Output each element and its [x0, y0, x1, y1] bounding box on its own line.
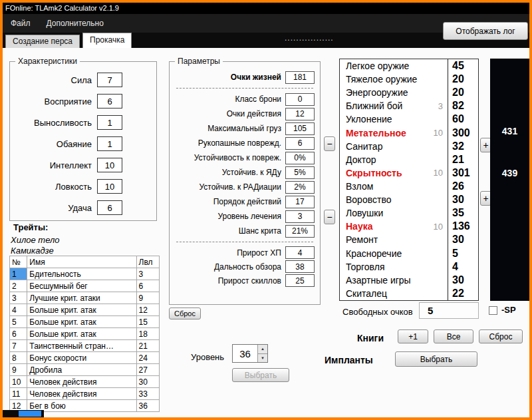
params-reset-button[interactable]: Сброс	[169, 308, 201, 319]
perk-name-cell[interactable]: Таинственный стран…	[27, 340, 136, 352]
perk-level-cell[interactable]: 36	[136, 400, 159, 412]
books-all-button[interactable]: Все	[434, 329, 473, 343]
perk-row[interactable]: 9 Дробила 27	[10, 364, 160, 376]
perk-num-cell[interactable]: 2	[10, 280, 27, 292]
skill-row[interactable]: Взлом 26	[340, 180, 478, 193]
skill-row[interactable]: Ловушки 35	[340, 206, 478, 220]
param-label: Очки действия	[227, 109, 281, 118]
perk-level-cell[interactable]: 3	[136, 268, 159, 280]
skill-row[interactable]: Воровство 30	[340, 193, 478, 206]
perk-name-cell[interactable]: Дробила	[27, 364, 136, 376]
skill-row[interactable]: Красноречие 5	[340, 247, 478, 260]
sp-checkbox[interactable]	[489, 306, 497, 315]
perk-num-cell[interactable]: 6	[10, 328, 27, 340]
perk-level-cell[interactable]: 33	[136, 388, 159, 400]
skill-decrease-button[interactable]: −	[324, 136, 335, 151]
spinner-down-icon[interactable]: ▼	[258, 354, 267, 363]
perk-level-cell[interactable]: 24	[136, 352, 159, 364]
menu-extra[interactable]: Дополнительно	[39, 14, 112, 33]
perks-table[interactable]: № Имя Лвл 1 Бдительность 3 2 Бесшумный б…	[9, 256, 160, 412]
perk-row[interactable]: 3 Лучшие крит. атаки 9	[10, 292, 160, 304]
perk-name-cell[interactable]: Бесшумный бег	[27, 280, 136, 292]
skill-name: Санитар	[346, 141, 427, 152]
stat-value-box: 10	[97, 158, 122, 172]
param-label: Максимальный груз	[207, 124, 281, 133]
perk-name-cell[interactable]: Больше крит. атак	[27, 328, 136, 340]
perk-level-cell[interactable]: 12	[136, 304, 159, 316]
spinner-up-icon[interactable]: ▲	[258, 345, 267, 354]
perk-level-cell[interactable]: 21	[136, 340, 159, 352]
skill-decrease-button[interactable]: −	[324, 210, 335, 224]
level-choose-button[interactable]: Выбрать	[232, 368, 289, 382]
skill-row[interactable]: Тяжелое оружие 20	[340, 73, 478, 86]
perk-level-cell[interactable]: 18	[136, 328, 159, 340]
tab-create-character[interactable]: Создание перса	[5, 35, 80, 48]
perk-name-cell[interactable]: Лучшие крит. атаки	[27, 292, 136, 304]
perk-row[interactable]: 5 Больше крит. атак 15	[10, 316, 160, 328]
stats-groupbox: Характеристики Сила 7 Восприятие 6 Вынос…	[9, 61, 157, 221]
perk-row[interactable]: 1 Бдительность 3	[10, 268, 160, 280]
skill-row[interactable]: Уклонение 60	[340, 112, 478, 126]
perk-num-cell[interactable]: 3	[10, 292, 27, 304]
skill-row[interactable]: Скиталец 22	[340, 287, 478, 300]
perk-name-cell[interactable]: Больше крит. атак	[27, 316, 136, 328]
perk-level-cell[interactable]: 30	[136, 376, 159, 388]
perk-row[interactable]: 4 Больше крит. атак 12	[10, 304, 160, 316]
param-value-box: 0	[285, 93, 315, 106]
perk-row[interactable]: 8 Бонус скорости 24	[10, 352, 160, 364]
perk-name-cell[interactable]: Бдительность	[27, 268, 136, 280]
stat-value-box: 6	[97, 200, 122, 215]
skill-name: Красноречие	[346, 248, 427, 259]
skill-name: Азартные игры	[346, 275, 427, 286]
perk-level-cell[interactable]: 9	[136, 292, 159, 304]
skill-row[interactable]: Санитар 32	[340, 140, 478, 153]
perk-row[interactable]: 2 Бесшумный бег 6	[10, 280, 160, 292]
level-spinner[interactable]: 36 ▲ ▼	[232, 344, 268, 363]
perk-name-cell[interactable]: Человек действия	[27, 388, 136, 400]
perk-level-cell[interactable]: 15	[136, 316, 159, 328]
param-label: Дальность обзора	[214, 262, 281, 272]
perk-level-cell[interactable]: 6	[136, 280, 159, 292]
perk-row[interactable]: 11 Человек действия 33	[10, 388, 160, 400]
skill-row[interactable]: Азартные игры 30	[340, 274, 478, 287]
menu-file[interactable]: Файл	[3, 14, 39, 33]
skill-row[interactable]: Скрытность 10 301	[340, 166, 478, 180]
stat-value-box: 6	[97, 94, 122, 108]
perk-num-cell[interactable]: 7	[10, 340, 27, 352]
separator	[176, 88, 313, 89]
skill-row[interactable]: Энергооружие 20	[340, 86, 478, 99]
skill-value: 22	[448, 287, 478, 300]
perk-name-cell[interactable]: Больше крит. атак	[27, 304, 136, 316]
perk-num-cell[interactable]: 8	[10, 352, 27, 364]
books-reset-button[interactable]: Сброс	[479, 329, 523, 343]
param-label: Прирост скиллов	[218, 276, 281, 286]
implants-choose-button[interactable]: Выбрать	[395, 351, 477, 367]
show-log-button[interactable]: Отображать лог	[443, 22, 528, 40]
param-label: Порядок действий	[213, 197, 281, 206]
perk-row[interactable]: 6 Больше крит. атак 18	[10, 328, 160, 340]
perk-num-cell[interactable]: 1	[10, 268, 27, 280]
skill-row[interactable]: Торговля 4	[340, 260, 478, 274]
skill-row[interactable]: Легкое оружие 45	[340, 59, 478, 73]
perk-num-cell[interactable]: 5	[10, 316, 27, 328]
perk-num-cell[interactable]: 11	[10, 388, 27, 400]
skills-list[interactable]: Легкое оружие 45 Тяжелое оружие 20 Энерг…	[339, 59, 479, 301]
app-window: FOnline: TLAmk2 Calculator v2.1.9 Файл Д…	[0, 0, 532, 420]
skill-row[interactable]: Доктор 21	[340, 153, 478, 166]
param-label: Класс брони	[235, 95, 281, 104]
perk-row[interactable]: 7 Таинственный стран… 21	[10, 340, 160, 352]
perk-num-cell[interactable]: 4	[10, 304, 27, 316]
skill-row[interactable]: Метательное 10 300	[340, 126, 478, 140]
perk-name-cell[interactable]: Бонус скорости	[27, 352, 136, 364]
books-plus-one-button[interactable]: +1	[398, 329, 428, 343]
perk-level-cell[interactable]: 27	[136, 364, 159, 376]
perk-num-cell[interactable]: 10	[10, 376, 27, 388]
skill-row[interactable]: Ремонт 30	[340, 233, 478, 246]
skill-row[interactable]: Наука 10 136	[340, 220, 478, 233]
skill-row[interactable]: Ближний бой 3 82	[340, 99, 478, 112]
perk-name-cell[interactable]: Человек действия	[27, 376, 136, 388]
tab-leveling[interactable]: Прокачка	[82, 33, 132, 48]
perk-row[interactable]: 10 Человек действия 30	[10, 376, 160, 388]
perk-num-cell[interactable]: 9	[10, 364, 27, 376]
perks-header-row: № Имя Лвл	[10, 256, 160, 268]
